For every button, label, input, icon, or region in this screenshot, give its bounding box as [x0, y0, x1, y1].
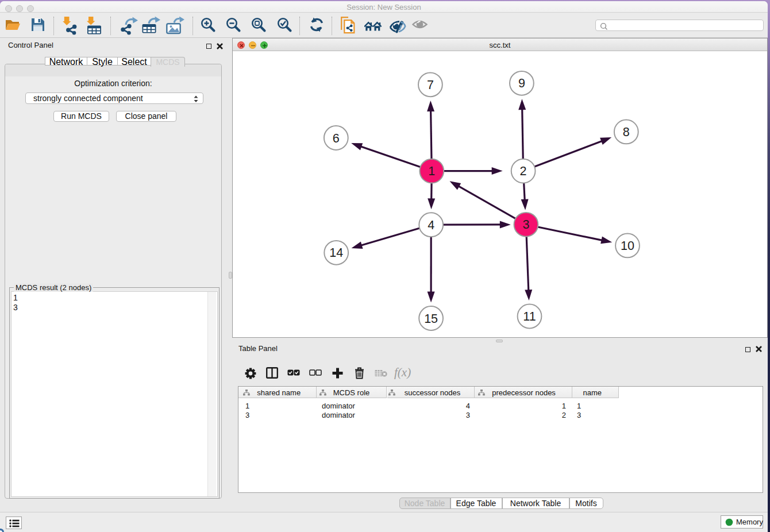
svg-text:2: 2	[520, 164, 527, 178]
svg-text:8: 8	[623, 125, 630, 138]
svg-text:14: 14	[329, 246, 343, 260]
svg-text:11: 11	[523, 310, 536, 323]
svg-text:10: 10	[621, 238, 634, 252]
svg-text:4: 4	[428, 218, 434, 232]
svg-text:15: 15	[424, 311, 438, 325]
svg-text:1: 1	[428, 164, 435, 178]
svg-text:7: 7	[427, 78, 434, 91]
svg-text:9: 9	[518, 76, 525, 90]
svg-text:6: 6	[333, 131, 340, 145]
svg-text:3: 3	[522, 218, 529, 232]
